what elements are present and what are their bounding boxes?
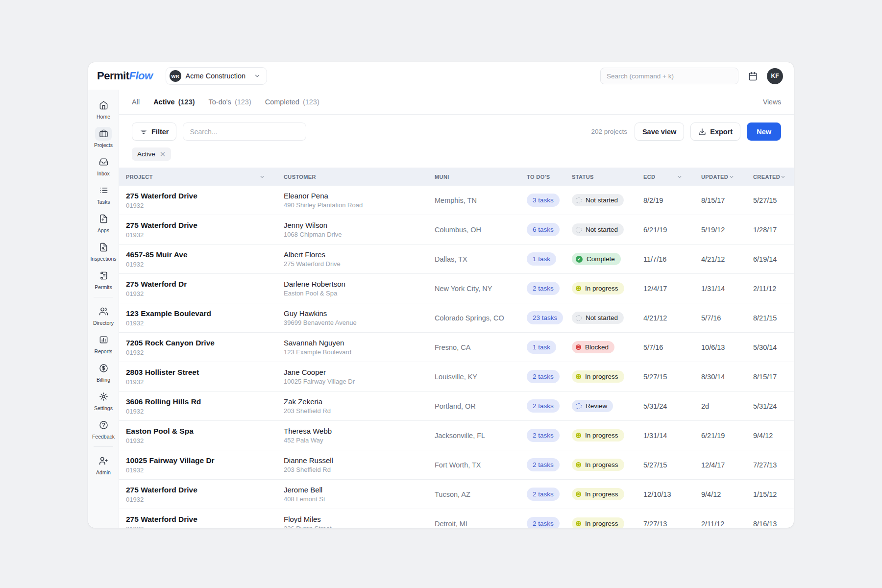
tab-todos[interactable]: To-do's (123) bbox=[209, 98, 251, 106]
table-row[interactable]: 275 Waterford Drive 01932 Floyd Miles 33… bbox=[119, 509, 794, 528]
tasks-badge[interactable]: 2 tasks bbox=[527, 399, 560, 413]
sidebar-item-tasks[interactable]: Tasks bbox=[88, 180, 119, 208]
views-link[interactable]: Views bbox=[763, 98, 781, 106]
new-button[interactable]: New bbox=[747, 122, 781, 141]
status-badge[interactable]: In progress bbox=[572, 517, 624, 528]
table-search-input[interactable] bbox=[183, 122, 306, 141]
brand-logo[interactable]: PermitFlow bbox=[97, 70, 153, 82]
column-header-todos[interactable]: TO DO'S bbox=[520, 174, 565, 180]
table-row[interactable]: 275 Waterford Drive 01932 Jerome Bell 40… bbox=[119, 480, 794, 509]
calendar-button[interactable] bbox=[744, 68, 761, 84]
table-row[interactable]: Easton Pool & Spa 01932 Theresa Webb 452… bbox=[119, 421, 794, 450]
table-row[interactable]: 4657-85 Muir Ave 01932 Albert Flores 275… bbox=[119, 245, 794, 274]
global-search-input[interactable] bbox=[600, 68, 738, 84]
sidebar-item-settings[interactable]: Settings bbox=[88, 386, 119, 415]
status-badge[interactable]: In progress bbox=[572, 370, 624, 383]
customer-name: Theresa Webb bbox=[284, 427, 428, 435]
status-icon bbox=[576, 374, 581, 379]
sidebar-item-permits[interactable]: Permits bbox=[88, 265, 119, 294]
tasks-badge[interactable]: 2 tasks bbox=[527, 370, 560, 383]
status-badge[interactable]: In progress bbox=[572, 429, 624, 441]
status-badge[interactable]: In progress bbox=[572, 488, 624, 500]
cell-customer: Jane Cooper 10025 Fairway Village Dr bbox=[277, 368, 428, 385]
cell-muni: Fresno, CA bbox=[428, 343, 520, 352]
status-badge[interactable]: Not started bbox=[572, 194, 624, 206]
tasks-badge[interactable]: 2 tasks bbox=[527, 488, 560, 501]
tasks-badge[interactable]: 2 tasks bbox=[527, 517, 560, 528]
cell-muni: Columbus, OH bbox=[428, 225, 520, 234]
sidebar-item-admin[interactable]: Admin bbox=[88, 450, 119, 479]
cell-muni: New York City, NY bbox=[428, 284, 520, 293]
sidebar-item-feedback[interactable]: Feedback bbox=[88, 415, 119, 443]
user-avatar[interactable]: KF bbox=[767, 68, 783, 84]
tasks-badge[interactable]: 3 tasks bbox=[527, 194, 560, 207]
customer-name: Eleanor Pena bbox=[284, 192, 428, 200]
tasks-badge[interactable]: 6 tasks bbox=[527, 223, 560, 236]
status-badge[interactable]: Complete bbox=[572, 253, 621, 265]
cell-customer: Theresa Webb 452 Pala Way bbox=[277, 427, 428, 444]
status-badge[interactable]: In progress bbox=[572, 459, 624, 471]
project-name: 3606 Rolling Hills Rd bbox=[126, 397, 277, 406]
sidebar-item-home[interactable]: Home bbox=[88, 95, 119, 123]
status-badge[interactable]: Not started bbox=[572, 223, 624, 236]
sidebar-item-inspections[interactable]: Inspections bbox=[88, 237, 119, 265]
table-row[interactable]: 3606 Rolling Hills Rd 01932 Zak Zekeria … bbox=[119, 392, 794, 421]
status-badge[interactable]: Review bbox=[572, 400, 613, 412]
table-row[interactable]: 275 Waterford Drive 01932 Jenny Wilson 1… bbox=[119, 215, 794, 245]
cell-customer: Floyd Miles 336 Byron Street bbox=[277, 515, 428, 528]
export-button[interactable]: Export bbox=[690, 122, 740, 141]
tasks-badge[interactable]: 1 task bbox=[527, 341, 556, 354]
app-window: PermitFlow WR Acme Construction KF Home … bbox=[88, 62, 794, 528]
status-badge[interactable]: Not started bbox=[572, 312, 624, 324]
chevron-down-icon bbox=[677, 174, 683, 180]
workspace-selector[interactable]: WR Acme Construction bbox=[166, 67, 268, 85]
main-content: All Active (123) To-do's (123) Completed… bbox=[119, 90, 794, 528]
column-header-muni[interactable]: MUNI bbox=[428, 174, 520, 180]
save-view-button[interactable]: Save view bbox=[635, 122, 684, 141]
status-badge[interactable]: Blocked bbox=[572, 341, 614, 353]
sidebar-item-label: Reports bbox=[95, 348, 113, 354]
column-header-ecd[interactable]: ECD bbox=[637, 174, 694, 180]
close-icon[interactable]: ✕ bbox=[160, 150, 166, 158]
status-icon bbox=[576, 433, 581, 438]
table-row[interactable]: 123 Example Boulevard 01932 Guy Hawkins … bbox=[119, 303, 794, 333]
customer-name: Savannah Nguyen bbox=[284, 339, 428, 347]
tasks-badge[interactable]: 23 tasks bbox=[527, 311, 563, 324]
tab-completed[interactable]: Completed (123) bbox=[265, 98, 319, 106]
muni-value: Portland, OR bbox=[435, 402, 476, 410]
customer-name: Jerome Bell bbox=[284, 486, 428, 494]
table-row[interactable]: 275 Waterford Dr 01932 Darlene Robertson… bbox=[119, 274, 794, 303]
status-badge[interactable]: In progress bbox=[572, 282, 624, 294]
sidebar-item-billing[interactable]: Billing bbox=[88, 358, 119, 386]
column-header-created[interactable]: CREATED bbox=[746, 174, 794, 180]
filter-button[interactable]: Filter bbox=[132, 122, 176, 141]
workspace-name: Acme Construction bbox=[186, 72, 246, 80]
column-header-updated[interactable]: UPDATED bbox=[694, 174, 746, 180]
tab-active[interactable]: Active (123) bbox=[153, 98, 195, 106]
column-header-customer[interactable]: CUSTOMER bbox=[277, 174, 428, 180]
tasks-badge[interactable]: 2 tasks bbox=[527, 458, 560, 471]
cell-muni: Jacksonville, FL bbox=[428, 431, 520, 440]
column-header-project[interactable]: PROJECT bbox=[119, 174, 277, 180]
tab-all[interactable]: All bbox=[132, 98, 140, 106]
sidebar-item-reports[interactable]: Reports bbox=[88, 329, 119, 358]
cell-todos: 23 tasks bbox=[520, 311, 565, 324]
tasks-badge[interactable]: 2 tasks bbox=[527, 429, 560, 442]
status-icon bbox=[576, 286, 581, 291]
sidebar-item-directory[interactable]: Directory bbox=[88, 301, 119, 329]
column-header-status[interactable]: STATUS bbox=[565, 174, 637, 180]
sidebar-item-apps[interactable]: Apps bbox=[88, 208, 119, 237]
updated-value: 2/11/12 bbox=[701, 520, 724, 528]
sidebar-item-projects[interactable]: Projects bbox=[88, 123, 119, 151]
ecd-value: 8/2/19 bbox=[643, 196, 663, 204]
sidebar-item-inbox[interactable]: Inbox bbox=[88, 151, 119, 180]
download-icon bbox=[698, 128, 706, 136]
status-label: In progress bbox=[585, 432, 618, 439]
table-row[interactable]: 10025 Fairway Village Dr 01932 Dianne Ru… bbox=[119, 450, 794, 480]
filter-chip-active[interactable]: Active ✕ bbox=[132, 147, 171, 161]
table-row[interactable]: 7205 Rock Canyon Drive 01932 Savannah Ng… bbox=[119, 333, 794, 362]
tasks-badge[interactable]: 1 task bbox=[527, 252, 556, 266]
table-row[interactable]: 275 Waterford Drive 01932 Eleanor Pena 4… bbox=[119, 186, 794, 215]
tasks-badge[interactable]: 2 tasks bbox=[527, 282, 560, 295]
table-row[interactable]: 2803 Hollister Street 01932 Jane Cooper … bbox=[119, 362, 794, 392]
